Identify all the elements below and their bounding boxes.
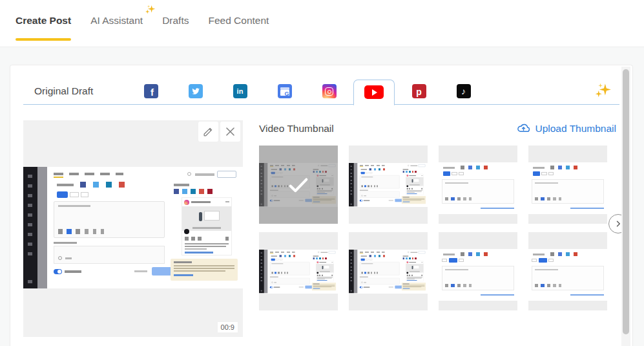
thumbnail-option-3[interactable] — [439, 146, 517, 224]
instagram-icon — [322, 84, 337, 98]
twitter-icon — [189, 84, 203, 98]
thumbnail-option-5[interactable] — [259, 232, 338, 310]
video-frame — [23, 167, 243, 288]
scrollbar-thumb[interactable] — [623, 69, 629, 334]
thumbnail-image — [528, 249, 607, 301]
platform-tiktok-icon[interactable]: ♪ — [441, 84, 486, 98]
remove-video-button[interactable] — [220, 122, 240, 142]
pinterest-icon: p — [412, 84, 426, 98]
upload-thumbnail-label: Upload Thumbnail — [535, 123, 616, 135]
thumbnail-option-1[interactable] — [259, 146, 338, 224]
thumbnail-image — [439, 249, 517, 301]
edit-video-button[interactable] — [198, 122, 218, 142]
cloud-upload-icon — [517, 122, 530, 135]
linkedin-icon: in — [233, 84, 247, 98]
top-tab-bar: Create PostAI Assistant DraftsFeed Conte… — [0, 0, 644, 47]
video-preview: 00:9 — [23, 120, 243, 337]
thumbnail-image — [349, 250, 428, 294]
tab-create-post[interactable]: Create Post — [16, 0, 71, 47]
scrollbar-track[interactable] — [621, 67, 630, 346]
tab-ai-assistant[interactable]: AI Assistant — [90, 0, 143, 47]
platform-tab-row: Original Draft finGp♪ — [23, 78, 619, 105]
thumbnails-header: Video Thumbnail Upload Thumbnail — [259, 122, 616, 135]
create-post-panel: Original Draft finGp♪ 00:9 Video Thumbna… — [10, 65, 633, 346]
google-business-icon: G — [278, 84, 292, 98]
tiktok-icon: ♪ — [457, 84, 471, 98]
thumbnail-option-6[interactable] — [349, 232, 428, 310]
tab-feed-content[interactable]: Feed Content — [208, 0, 269, 47]
platform-instagram-icon[interactable] — [307, 84, 351, 98]
platform-linkedin-icon[interactable]: in — [218, 84, 262, 98]
platform-twitter-icon[interactable] — [173, 84, 218, 98]
thumbnail-option-4[interactable] — [528, 146, 607, 224]
pencil-icon — [202, 125, 214, 138]
platform-youtube-tab[interactable] — [353, 80, 395, 105]
thumbnail-option-7[interactable] — [439, 232, 517, 310]
thumbnail-option-8[interactable] — [528, 232, 607, 310]
platform-facebook-icon[interactable]: f — [129, 84, 173, 98]
thumbnails-title: Video Thumbnail — [259, 123, 334, 135]
thumbnail-image — [439, 162, 517, 214]
facebook-icon: f — [144, 84, 158, 98]
platform-icon-list: finGp♪ — [129, 78, 486, 105]
upload-thumbnail-button[interactable]: Upload Thumbnail — [517, 122, 616, 135]
thumbnail-option-2[interactable] — [349, 146, 428, 224]
thumbnail-image — [259, 250, 338, 294]
original-draft-label: Original Draft — [34, 85, 112, 97]
thumbnail-image — [349, 163, 428, 207]
page: Create PostAI Assistant DraftsFeed Conte… — [0, 0, 644, 346]
tab-list: Create PostAI Assistant DraftsFeed Conte… — [16, 0, 288, 47]
check-icon — [285, 171, 312, 199]
close-icon — [224, 125, 236, 138]
platform-pinterest-icon[interactable]: p — [397, 84, 441, 98]
youtube-icon — [364, 85, 384, 99]
sparkle-icon — [145, 4, 156, 17]
sparkles-icon — [594, 81, 612, 102]
thumbnail-image — [528, 162, 607, 214]
thumbnail-grid — [259, 146, 607, 310]
video-frame-content — [23, 167, 243, 288]
platform-google-business-icon[interactable]: G — [262, 84, 307, 98]
selected-thumbnail-overlay — [259, 146, 338, 224]
tab-drafts[interactable]: Drafts — [162, 0, 189, 47]
duration-badge: 00:9 — [218, 322, 238, 332]
video-actions — [198, 122, 240, 142]
